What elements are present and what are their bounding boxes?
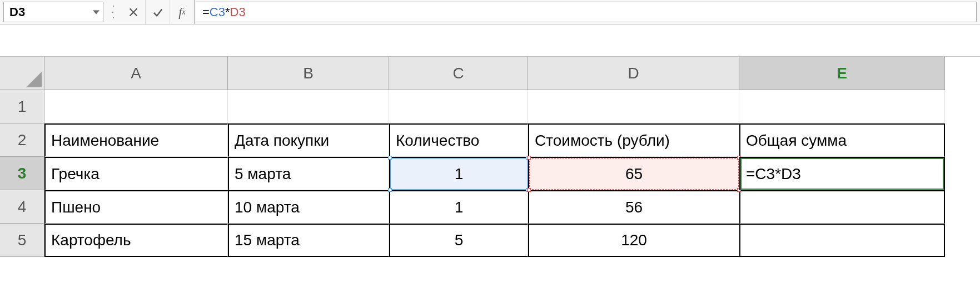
cell-value: Стоимость (рубли) bbox=[535, 132, 670, 150]
cell-C2[interactable]: Количество bbox=[389, 123, 528, 157]
formula-input[interactable]: =C3*D3 bbox=[196, 2, 977, 22]
cancel-icon[interactable] bbox=[121, 0, 146, 24]
cell-B5[interactable]: 15 марта bbox=[228, 224, 389, 257]
cell-A1[interactable] bbox=[44, 90, 228, 123]
cell-D2[interactable]: Стоимость (рубли) bbox=[528, 123, 739, 157]
formula-equals: = bbox=[202, 5, 210, 19]
cell-value: 5 марта bbox=[235, 165, 291, 183]
cell-C4[interactable]: 1 bbox=[389, 190, 528, 224]
row-header-2[interactable]: 2 bbox=[0, 123, 44, 157]
cell-value: Пшено bbox=[51, 199, 101, 216]
cell-E2[interactable]: Общая сумма bbox=[739, 123, 945, 157]
cell-E5[interactable] bbox=[739, 224, 945, 257]
cell-value: 5 bbox=[455, 231, 464, 249]
cell-A5[interactable]: Картофель bbox=[44, 224, 228, 257]
formula-op: * bbox=[225, 5, 230, 19]
col-header-B[interactable]: B bbox=[228, 57, 389, 90]
spreadsheet-grid: A B C D E 1 2 Наименование Дата покупки … bbox=[0, 57, 980, 257]
cell-B3[interactable]: 5 марта bbox=[228, 157, 389, 190]
col-header-C[interactable]: C bbox=[389, 57, 528, 90]
cell-value: Картофель bbox=[51, 231, 131, 249]
cell-E4[interactable] bbox=[739, 190, 945, 224]
cell-value: 1 bbox=[455, 165, 464, 183]
cell-value: 56 bbox=[625, 199, 643, 216]
cell-A3[interactable]: Гречка bbox=[44, 157, 228, 190]
fx-icon[interactable]: fx bbox=[170, 0, 195, 24]
cell-D5[interactable]: 120 bbox=[528, 224, 739, 257]
cell-value: =C3*D3 bbox=[746, 165, 801, 183]
cell-D3[interactable]: 65 bbox=[528, 157, 739, 190]
chevron-down-icon[interactable] bbox=[93, 10, 100, 14]
cell-B2[interactable]: Дата покупки bbox=[228, 123, 389, 157]
formula-bar-separator bbox=[106, 0, 120, 24]
cell-value: 1 bbox=[455, 199, 464, 216]
cell-B1[interactable] bbox=[228, 90, 389, 123]
cell-value: 10 марта bbox=[235, 199, 300, 216]
cell-value: Гречка bbox=[51, 165, 100, 183]
cell-E3[interactable]: =C3*D3 bbox=[739, 157, 945, 190]
formula-bar-expand-area bbox=[0, 24, 980, 57]
row-header-3[interactable]: 3 bbox=[0, 157, 44, 190]
row-header-1[interactable]: 1 bbox=[0, 90, 44, 123]
enter-icon[interactable] bbox=[146, 0, 170, 24]
cell-value: Общая сумма bbox=[746, 132, 847, 150]
cell-C1[interactable] bbox=[389, 90, 528, 123]
col-header-A[interactable]: A bbox=[44, 57, 228, 90]
formula-bar: D3 fx =C3*D3 bbox=[0, 0, 980, 24]
cell-value: Количество bbox=[396, 132, 479, 150]
cell-A4[interactable]: Пшено bbox=[44, 190, 228, 224]
name-box-value: D3 bbox=[9, 5, 25, 19]
select-all-corner[interactable] bbox=[0, 57, 44, 90]
col-header-E[interactable]: E bbox=[739, 57, 945, 90]
cell-value: 65 bbox=[625, 165, 643, 183]
cell-B4[interactable]: 10 марта bbox=[228, 190, 389, 224]
formula-bar-actions: fx bbox=[120, 0, 196, 24]
cell-C3[interactable]: 1 bbox=[389, 157, 528, 190]
cell-E1[interactable] bbox=[739, 90, 945, 123]
row-header-4[interactable]: 4 bbox=[0, 190, 44, 224]
col-header-D[interactable]: D bbox=[528, 57, 739, 90]
cell-D4[interactable]: 56 bbox=[528, 190, 739, 224]
cell-D1[interactable] bbox=[528, 90, 739, 123]
cell-value: Дата покупки bbox=[235, 132, 329, 150]
row-header-5[interactable]: 5 bbox=[0, 224, 44, 257]
cell-value: Наименование bbox=[51, 132, 159, 150]
cell-value: 15 марта bbox=[235, 231, 300, 249]
cell-value: 120 bbox=[621, 231, 647, 249]
cell-C5[interactable]: 5 bbox=[389, 224, 528, 257]
name-box[interactable]: D3 bbox=[3, 2, 103, 22]
formula-ref-d: D3 bbox=[230, 5, 246, 19]
cell-A2[interactable]: Наименование bbox=[44, 123, 228, 157]
formula-ref-c: C3 bbox=[210, 5, 225, 19]
